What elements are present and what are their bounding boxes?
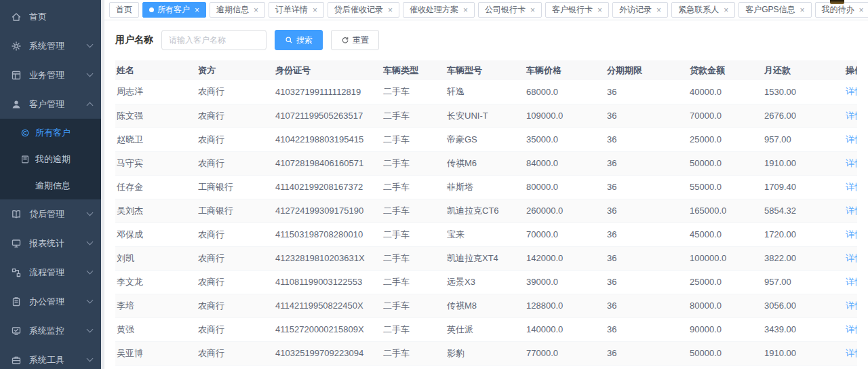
cell-name: 王银帅 [115,365,197,369]
chevron-down-icon [87,355,94,362]
detail-link[interactable]: 详情 [846,158,857,168]
sidebar-menu: 首页系统管理业务管理客户管理所有客户我的逾期逾期信息贷后管理报表统计流程管理办公… [0,0,104,369]
close-icon[interactable]: × [724,6,728,14]
cell-funder: 工商银行 [197,199,274,222]
sidebar-item-office[interactable]: 办公管理 [0,287,104,316]
reset-button[interactable]: 重置 [331,30,379,50]
cell-vehicle-price: 142000.0 [525,246,606,270]
detail-link[interactable]: 详情 [846,206,857,216]
tab-item[interactable]: 贷后催收记录× [328,2,399,18]
sidebar-item-customer[interactable]: 客户管理 [0,90,104,119]
close-icon[interactable]: × [313,6,317,14]
cell-loan-amount: 50000.0 [688,341,763,365]
sidebar-item-monitor[interactable]: 系统监控 [0,316,104,345]
cell-vehicle-price: 140000.0 [525,317,606,341]
sidebar-item-business[interactable]: 业务管理 [0,60,104,90]
detail-link[interactable]: 详情 [846,324,857,334]
cell-vehicle-model: 帝豪GS [446,128,525,151]
cell-vehicle-type: 二手车 [382,151,446,175]
column-header: 贷款金额 [688,60,763,80]
detail-link[interactable]: 详情 [846,182,857,192]
close-icon[interactable]: × [388,6,393,14]
cell-funder: 农商行 [197,151,274,175]
chevron-down-icon [87,268,94,275]
tab-item[interactable]: 紧急联系人× [671,2,735,18]
cell-name: 李培 [115,294,197,317]
tab-item[interactable]: 外访记录× [612,2,668,18]
tab-item[interactable]: 催收处理方案× [403,2,475,18]
cell-vehicle-type: 二手车 [382,294,446,317]
detail-link[interactable]: 详情 [846,86,857,96]
detail-link[interactable]: 详情 [846,111,857,121]
cell-loan-amount: 45000.0 [688,222,763,246]
sidebar-item-overdue-info[interactable]: 逾期信息 [0,172,104,199]
close-icon[interactable]: × [800,6,804,14]
close-icon[interactable]: × [859,6,864,14]
cell-funder: 农商行 [197,104,274,128]
tab-item[interactable]: 我的待办× [815,2,868,18]
chevron-down-icon [87,41,94,48]
cell-action: 详情 [844,317,857,341]
tab-item[interactable]: 客户GPS信息× [738,2,811,18]
cell-term: 36 [606,151,688,175]
sidebar-item-all-customers[interactable]: 所有客户 [0,119,104,146]
sidebar-item-system[interactable]: 系统管理 [0,31,104,60]
sidebar-item-label: 客户管理 [29,98,87,111]
cell-vehicle-type: 二手车 [382,317,446,341]
cell-vehicle-model: 英仕派 [446,317,525,341]
flow-icon [11,267,22,278]
sidebar: 首页系统管理业务管理客户管理所有客户我的逾期逾期信息贷后管理报表统计流程管理办公… [0,0,104,369]
tab-label: 催收处理方案 [410,4,458,16]
tab-item[interactable]: 客户银行卡× [545,2,609,18]
cell-funder: 农商行 [197,270,274,294]
monitor-check-icon [11,326,22,336]
detail-link[interactable]: 详情 [846,277,857,287]
sidebar-item-process[interactable]: 流程管理 [0,258,104,287]
cell-id-number: 411503198708280010 [274,222,382,246]
column-header: 车辆型号 [446,60,525,80]
search-button[interactable]: 搜索 [275,30,323,50]
close-icon[interactable]: × [254,6,258,14]
close-icon[interactable]: × [656,6,661,14]
detail-link[interactable]: 详情 [846,253,857,263]
close-icon[interactable]: × [530,6,535,14]
avatar-cut-icon[interactable] [830,0,844,4]
tab-item[interactable]: 公司银行卡× [478,2,542,18]
search-input[interactable] [161,30,267,50]
cell-loan-amount [688,365,763,369]
tab-item[interactable]: 订单详情× [269,2,324,18]
cell-id-number [274,365,382,369]
cell-loan-amount: 70000.0 [688,104,763,128]
detail-link[interactable]: 详情 [846,348,857,358]
cell-id-number: 41142119950822450X [274,294,382,317]
detail-link[interactable]: 详情 [846,300,857,311]
cell-action: 详情 [844,246,857,270]
tab-item[interactable]: 所有客户× [142,2,206,18]
sidebar-item-my-overdue[interactable]: 我的逾期 [0,146,104,172]
sidebar-item-postloan[interactable]: 贷后管理 [0,199,104,229]
detail-link[interactable]: 详情 [846,134,857,144]
cell-monthly-payment: 957.00 [763,128,844,151]
sidebar-item-home[interactable]: 首页 [0,2,104,31]
sidebar-item-report[interactable]: 报表统计 [0,229,104,258]
sidebar-item-label: 所有客户 [35,127,71,139]
tab-label: 订单详情 [275,4,308,16]
cell-name: 陈文强 [115,104,197,128]
detail-link[interactable]: 详情 [846,229,857,239]
close-icon[interactable]: × [597,6,602,14]
cell-action: 详情 [844,270,857,294]
sidebar-item-tools[interactable]: 系统工具 [0,345,104,369]
tab-item[interactable]: 逾期信息× [210,2,265,18]
cell-vehicle-price: 260000.0 [525,199,606,222]
cell-id-number: 411402199208167372 [274,175,382,199]
cell-funder: 农商行 [197,294,274,317]
tab-item[interactable]: 首页 [109,2,139,18]
cell-name: 任存金 [115,175,197,199]
monitor-icon [11,238,22,249]
close-icon[interactable]: × [195,6,199,14]
cell-monthly-payment: 1530.00 [763,80,844,104]
close-icon[interactable]: × [463,6,468,14]
cell-monthly-payment: 1709.40 [763,175,844,199]
table-row: 马守宾农商行410728198406160571二手车传祺M684000.036… [115,151,857,175]
cell-vehicle-model: 宝来 [446,222,525,246]
